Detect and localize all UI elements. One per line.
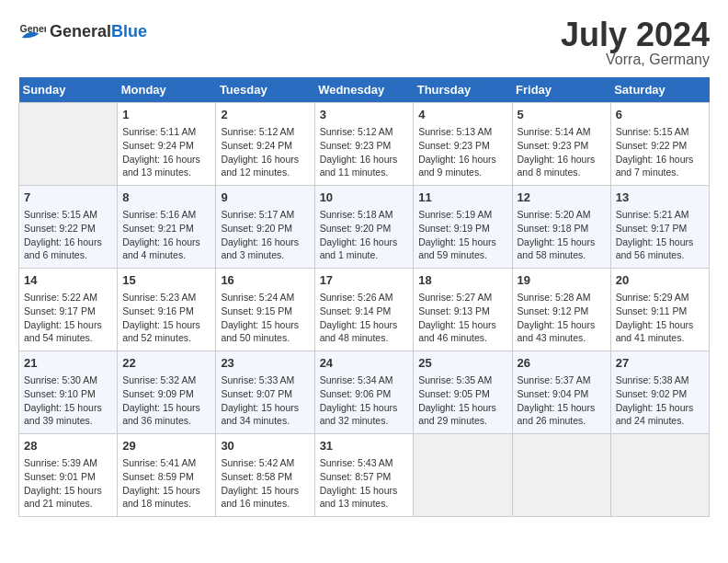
day-info: Sunrise: 5:38 AMSunset: 9:02 PMDaylight:… <box>616 373 704 428</box>
day-info: Sunrise: 5:29 AMSunset: 9:11 PMDaylight:… <box>616 291 704 345</box>
calendar-cell: 11Sunrise: 5:19 AMSunset: 9:19 PMDayligh… <box>414 186 512 269</box>
day-number: 4 <box>418 107 506 123</box>
day-info: Sunrise: 5:22 AMSunset: 9:17 PMDaylight:… <box>24 291 112 345</box>
day-number: 1 <box>122 107 210 123</box>
calendar-cell: 26Sunrise: 5:37 AMSunset: 9:04 PMDayligh… <box>512 351 610 434</box>
day-info: Sunrise: 5:37 AMSunset: 9:04 PMDaylight:… <box>518 373 606 428</box>
calendar-cell: 13Sunrise: 5:21 AMSunset: 9:17 PMDayligh… <box>610 186 709 269</box>
day-number: 17 <box>320 272 409 289</box>
day-number: 15 <box>122 272 210 289</box>
day-info: Sunrise: 5:17 AMSunset: 9:20 PMDaylight:… <box>221 208 309 262</box>
calendar-cell: 20Sunrise: 5:29 AMSunset: 9:11 PMDayligh… <box>610 269 709 351</box>
month-title: July 2024 <box>561 18 710 52</box>
calendar-cell: 3Sunrise: 5:12 AMSunset: 9:23 PMDaylight… <box>314 103 414 186</box>
calendar-cell: 23Sunrise: 5:33 AMSunset: 9:07 PMDayligh… <box>216 351 314 434</box>
page-header: General GeneralBlue July 2024 Vorra, Ger… <box>18 18 710 68</box>
calendar-cell: 29Sunrise: 5:41 AMSunset: 8:59 PMDayligh… <box>118 434 216 517</box>
calendar-cell: 27Sunrise: 5:38 AMSunset: 9:02 PMDayligh… <box>610 351 709 434</box>
day-number: 14 <box>24 272 112 289</box>
calendar-cell: 28Sunrise: 5:39 AMSunset: 9:01 PMDayligh… <box>19 434 118 517</box>
calendar-header-thursday: Thursday <box>414 77 512 103</box>
calendar-header-monday: Monday <box>118 77 216 103</box>
day-info: Sunrise: 5:39 AMSunset: 9:01 PMDaylight:… <box>24 456 112 511</box>
calendar-cell: 2Sunrise: 5:12 AMSunset: 9:24 PMDaylight… <box>216 103 314 186</box>
calendar-cell: 19Sunrise: 5:28 AMSunset: 9:12 PMDayligh… <box>512 269 610 351</box>
calendar-cell: 24Sunrise: 5:34 AMSunset: 9:06 PMDayligh… <box>314 351 414 434</box>
day-info: Sunrise: 5:12 AMSunset: 9:23 PMDaylight:… <box>320 125 409 179</box>
day-info: Sunrise: 5:41 AMSunset: 8:59 PMDaylight:… <box>122 456 210 511</box>
calendar-header-saturday: Saturday <box>610 77 709 103</box>
day-info: Sunrise: 5:27 AMSunset: 9:13 PMDaylight:… <box>418 291 506 345</box>
day-info: Sunrise: 5:12 AMSunset: 9:24 PMDaylight:… <box>221 125 309 179</box>
day-number: 29 <box>122 438 210 454</box>
calendar-header-tuesday: Tuesday <box>216 77 314 103</box>
day-number: 18 <box>418 272 506 289</box>
calendar-cell: 18Sunrise: 5:27 AMSunset: 9:13 PMDayligh… <box>414 269 512 351</box>
day-number: 5 <box>518 107 606 123</box>
day-number: 7 <box>24 190 112 206</box>
calendar-week-3: 14Sunrise: 5:22 AMSunset: 9:17 PMDayligh… <box>19 269 710 351</box>
day-info: Sunrise: 5:13 AMSunset: 9:23 PMDaylight:… <box>418 125 506 179</box>
day-info: Sunrise: 5:18 AMSunset: 9:20 PMDaylight:… <box>320 208 409 262</box>
day-number: 23 <box>221 355 309 372</box>
day-info: Sunrise: 5:24 AMSunset: 9:15 PMDaylight:… <box>221 291 309 345</box>
calendar-cell: 16Sunrise: 5:24 AMSunset: 9:15 PMDayligh… <box>216 269 314 351</box>
day-number: 25 <box>418 355 506 372</box>
calendar-header-row: SundayMondayTuesdayWednesdayThursdayFrid… <box>19 77 710 103</box>
location: Vorra, Germany <box>561 52 710 68</box>
day-info: Sunrise: 5:15 AMSunset: 9:22 PMDaylight:… <box>616 125 704 179</box>
calendar-cell: 22Sunrise: 5:32 AMSunset: 9:09 PMDayligh… <box>118 351 216 434</box>
day-info: Sunrise: 5:23 AMSunset: 9:16 PMDaylight:… <box>122 291 210 345</box>
day-number: 31 <box>320 438 409 454</box>
day-info: Sunrise: 5:21 AMSunset: 9:17 PMDaylight:… <box>616 208 704 262</box>
day-number: 9 <box>221 190 309 206</box>
calendar-cell: 4Sunrise: 5:13 AMSunset: 9:23 PMDaylight… <box>414 103 512 186</box>
calendar-cell: 21Sunrise: 5:30 AMSunset: 9:10 PMDayligh… <box>19 351 118 434</box>
title-block: July 2024 Vorra, Germany <box>561 18 710 68</box>
day-number: 16 <box>221 272 309 289</box>
day-number: 8 <box>122 190 210 206</box>
day-info: Sunrise: 5:19 AMSunset: 9:19 PMDaylight:… <box>418 208 506 262</box>
logo: General GeneralBlue <box>18 18 147 46</box>
day-info: Sunrise: 5:30 AMSunset: 9:10 PMDaylight:… <box>24 373 112 428</box>
day-number: 19 <box>518 272 606 289</box>
calendar-cell <box>512 434 610 517</box>
day-info: Sunrise: 5:26 AMSunset: 9:14 PMDaylight:… <box>320 291 409 345</box>
calendar-cell: 5Sunrise: 5:14 AMSunset: 9:23 PMDaylight… <box>512 103 610 186</box>
calendar-cell: 25Sunrise: 5:35 AMSunset: 9:05 PMDayligh… <box>414 351 512 434</box>
day-info: Sunrise: 5:15 AMSunset: 9:22 PMDaylight:… <box>24 208 112 262</box>
day-info: Sunrise: 5:11 AMSunset: 9:24 PMDaylight:… <box>122 125 210 179</box>
day-info: Sunrise: 5:16 AMSunset: 9:21 PMDaylight:… <box>122 208 210 262</box>
day-number: 27 <box>616 355 704 372</box>
day-number: 12 <box>518 190 606 206</box>
day-number: 11 <box>418 190 506 206</box>
calendar-cell: 31Sunrise: 5:43 AMSunset: 8:57 PMDayligh… <box>314 434 414 517</box>
day-number: 2 <box>221 107 309 123</box>
day-info: Sunrise: 5:34 AMSunset: 9:06 PMDaylight:… <box>320 373 409 428</box>
calendar-cell <box>19 103 118 186</box>
day-number: 30 <box>221 438 309 454</box>
calendar-cell: 1Sunrise: 5:11 AMSunset: 9:24 PMDaylight… <box>118 103 216 186</box>
calendar-cell: 7Sunrise: 5:15 AMSunset: 9:22 PMDaylight… <box>19 186 118 269</box>
day-info: Sunrise: 5:43 AMSunset: 8:57 PMDaylight:… <box>320 456 409 511</box>
day-number: 6 <box>616 107 704 123</box>
calendar-cell: 15Sunrise: 5:23 AMSunset: 9:16 PMDayligh… <box>118 269 216 351</box>
day-info: Sunrise: 5:33 AMSunset: 9:07 PMDaylight:… <box>221 373 309 428</box>
calendar-cell: 12Sunrise: 5:20 AMSunset: 9:18 PMDayligh… <box>512 186 610 269</box>
calendar-cell: 8Sunrise: 5:16 AMSunset: 9:21 PMDaylight… <box>118 186 216 269</box>
calendar-cell: 10Sunrise: 5:18 AMSunset: 9:20 PMDayligh… <box>314 186 414 269</box>
day-info: Sunrise: 5:28 AMSunset: 9:12 PMDaylight:… <box>518 291 606 345</box>
calendar-cell <box>414 434 512 517</box>
day-number: 26 <box>518 355 606 372</box>
calendar-table: SundayMondayTuesdayWednesdayThursdayFrid… <box>18 77 710 517</box>
day-info: Sunrise: 5:32 AMSunset: 9:09 PMDaylight:… <box>122 373 210 428</box>
day-number: 24 <box>320 355 409 372</box>
calendar-header-wednesday: Wednesday <box>314 77 414 103</box>
calendar-week-4: 21Sunrise: 5:30 AMSunset: 9:10 PMDayligh… <box>19 351 710 434</box>
day-number: 28 <box>24 438 112 454</box>
calendar-cell: 9Sunrise: 5:17 AMSunset: 9:20 PMDaylight… <box>216 186 314 269</box>
day-number: 3 <box>320 107 409 123</box>
calendar-cell: 14Sunrise: 5:22 AMSunset: 9:17 PMDayligh… <box>19 269 118 351</box>
day-number: 21 <box>24 355 112 372</box>
calendar-week-1: 1Sunrise: 5:11 AMSunset: 9:24 PMDaylight… <box>19 103 710 186</box>
